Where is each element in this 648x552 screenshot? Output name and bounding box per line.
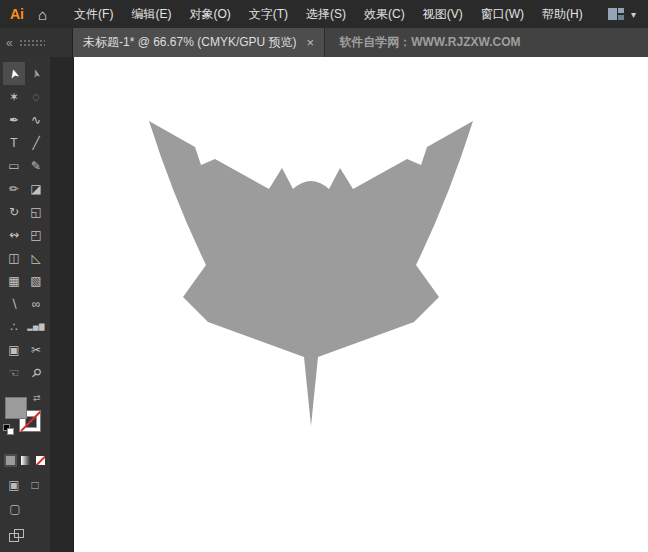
shape-builder-tool[interactable]: ◫	[3, 246, 25, 269]
color-swatch-icon	[6, 456, 15, 465]
tab-bar: « 未标题-1* @ 66.67% (CMYK/GPU 预览) × 软件自学网：…	[0, 28, 648, 57]
menu-window[interactable]: 窗口(W)	[472, 0, 533, 28]
mesh-icon: ▦	[8, 275, 19, 287]
gradient-icon	[21, 456, 30, 465]
canvas[interactable]	[73, 57, 648, 552]
tool-panel-header: «	[0, 28, 73, 57]
type-icon: T	[10, 137, 17, 149]
eyedropper-icon: ∖	[10, 298, 18, 310]
paintbrush-tool[interactable]: ✎	[25, 154, 47, 177]
workspace-switcher-icon[interactable]	[608, 8, 624, 20]
width-tool[interactable]: ↭	[3, 223, 25, 246]
collapse-panel-icon[interactable]: «	[6, 36, 13, 50]
menu-edit[interactable]: 编辑(E)	[122, 0, 180, 28]
blend-icon: ∞	[32, 298, 41, 310]
close-tab-icon[interactable]: ×	[307, 35, 315, 50]
edit-toolbar-button[interactable]	[9, 529, 24, 542]
lasso-tool[interactable]: ◌	[25, 85, 47, 108]
perspective-grid-tool[interactable]: ◺	[25, 246, 47, 269]
scale-tool[interactable]: ◱	[25, 200, 47, 223]
column-graph-tool[interactable]: ▂▅▇	[25, 315, 47, 338]
tools-grid: ➤➢✶◌✒∿T╱▭✎✏◪↻◱↭◰◫◺▦▧∖∞∴▂▅▇▣✂☜⚲	[0, 57, 50, 384]
eraser-tool[interactable]: ◪	[25, 177, 47, 200]
tool-column: ➤➢✶◌✒∿T╱▭✎✏◪↻◱↭◰◫◺▦▧∖∞∴▂▅▇▣✂☜⚲ ⇄ ▣ □ ▢	[0, 57, 73, 552]
direct-selection-tool[interactable]: ➢	[25, 62, 47, 85]
menu-effect[interactable]: 效果(C)	[355, 0, 414, 28]
free-transform-tool[interactable]: ◰	[25, 223, 47, 246]
default-colors-icon[interactable]	[3, 424, 15, 436]
free-transform-icon: ◰	[30, 229, 41, 241]
eyedropper-tool[interactable]: ∖	[3, 292, 25, 315]
line-segment-tool[interactable]: ╱	[25, 131, 47, 154]
slice-icon: ✂	[31, 344, 41, 356]
color-button[interactable]	[4, 454, 17, 467]
symbol-sprayer-icon: ∴	[10, 321, 18, 333]
tab-bar-right: 软件自学网：WWW.RJZXW.COM	[325, 28, 648, 57]
curvature-tool[interactable]: ∿	[25, 108, 47, 131]
wasp-logo-shape[interactable]	[149, 121, 473, 426]
draw-normal-button[interactable]: ▣	[6, 477, 22, 493]
tool-panel: ➤➢✶◌✒∿T╱▭✎✏◪↻◱↭◰◫◺▦▧∖∞∴▂▅▇▣✂☜⚲ ⇄ ▣ □ ▢	[0, 57, 50, 552]
perspective-grid-icon: ◺	[31, 252, 40, 264]
rotate-tool[interactable]: ↻	[3, 200, 25, 223]
slice-tool[interactable]: ✂	[25, 338, 47, 361]
type-tool[interactable]: T	[3, 131, 25, 154]
mesh-tool[interactable]: ▦	[3, 269, 25, 292]
draw-behind-button[interactable]: □	[27, 477, 43, 493]
fill-swatch[interactable]	[5, 397, 27, 419]
menu-help[interactable]: 帮助(H)	[533, 0, 592, 28]
chevron-down-icon[interactable]: ▾	[631, 9, 636, 20]
menu-object[interactable]: 对象(O)	[180, 0, 239, 28]
menu-bar-right: ▾	[608, 8, 648, 20]
scale-icon: ◱	[30, 206, 41, 218]
lasso-icon: ◌	[32, 91, 39, 103]
eraser-icon: ◪	[30, 183, 41, 195]
selection-tool[interactable]: ➤	[3, 62, 25, 85]
rectangle-tool[interactable]: ▭	[3, 154, 25, 177]
menu-view[interactable]: 视图(V)	[414, 0, 472, 28]
drawing-modes-row: ▣ □	[6, 477, 50, 493]
pen-icon: ✒	[9, 114, 19, 126]
menu-type[interactable]: 文字(T)	[240, 0, 297, 28]
gradient-tool[interactable]: ▧	[25, 269, 47, 292]
hand-tool[interactable]: ☜	[3, 361, 25, 384]
symbol-sprayer-tool[interactable]: ∴	[3, 315, 25, 338]
menu-file[interactable]: 文件(F)	[65, 0, 122, 28]
artwork-svg	[149, 115, 473, 427]
none-icon	[36, 456, 45, 465]
fill-stroke-swatches: ⇄	[2, 397, 48, 445]
width-icon: ↭	[9, 229, 19, 241]
rotate-icon: ↻	[9, 206, 19, 218]
document-tab-title: 未标题-1* @ 66.67% (CMYK/GPU 预览)	[83, 34, 297, 51]
rectangle-icon: ▭	[8, 160, 19, 172]
menu-select[interactable]: 选择(S)	[297, 0, 355, 28]
menu-items: 文件(F)编辑(E)对象(O)文字(T)选择(S)效果(C)视图(V)窗口(W)…	[65, 0, 592, 28]
pen-tool[interactable]: ✒	[3, 108, 25, 131]
curvature-icon: ∿	[31, 114, 41, 126]
home-icon[interactable]: ⌂	[38, 6, 47, 23]
menu-bar: Ai ⌂ 文件(F)编辑(E)对象(O)文字(T)选择(S)效果(C)视图(V)…	[0, 0, 648, 28]
hand-icon: ☜	[9, 367, 20, 379]
gradient-icon: ▧	[30, 275, 41, 287]
document-tab[interactable]: 未标题-1* @ 66.67% (CMYK/GPU 预览) ×	[73, 28, 325, 57]
artboard-tool[interactable]: ▣	[3, 338, 25, 361]
paintbrush-icon: ✎	[31, 160, 41, 172]
watermark-text: 软件自学网：WWW.RJZXW.COM	[339, 34, 520, 51]
blend-tool[interactable]: ∞	[25, 292, 47, 315]
magic-wand-tool[interactable]: ✶	[3, 85, 25, 108]
direct-selection-icon: ➢	[29, 67, 43, 80]
illustrator-logo: Ai	[0, 6, 32, 22]
artboard-icon: ▣	[8, 344, 19, 356]
gradient-button[interactable]	[19, 454, 32, 467]
color-type-row	[4, 454, 50, 467]
magic-wand-icon: ✶	[9, 91, 19, 103]
line-segment-icon: ╱	[32, 137, 39, 149]
illustrator-window: Ai ⌂ 文件(F)编辑(E)对象(O)文字(T)选择(S)效果(C)视图(V)…	[0, 0, 648, 552]
zoom-tool[interactable]: ⚲	[25, 361, 47, 384]
column-graph-icon: ▂▅▇	[27, 323, 45, 330]
none-button[interactable]	[34, 454, 47, 467]
swap-colors-icon[interactable]: ⇄	[33, 393, 41, 403]
screen-mode-button[interactable]: ▢	[7, 501, 23, 517]
pencil-icon: ✏	[9, 183, 19, 195]
pencil-tool[interactable]: ✏	[3, 177, 25, 200]
